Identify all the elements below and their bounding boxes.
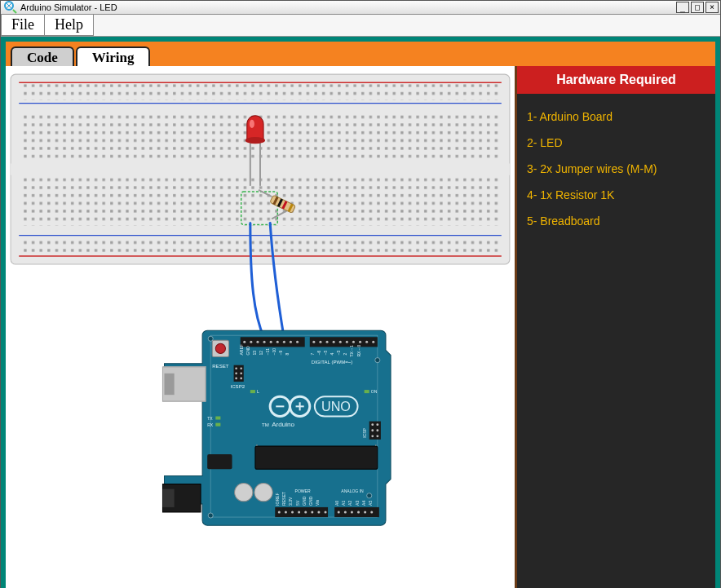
svg-text:~9: ~9: [278, 351, 283, 356]
svg-point-39: [240, 378, 242, 380]
tab-code[interactable]: Code: [11, 46, 74, 66]
svg-text:4: 4: [330, 353, 334, 356]
svg-point-35: [240, 367, 242, 369]
svg-text:A3: A3: [355, 501, 360, 506]
svg-text:GND: GND: [302, 496, 307, 506]
svg-rect-10: [20, 84, 500, 99]
app-window: Arduino Simulator - LED _ □ × File Help …: [0, 0, 721, 588]
svg-point-50: [296, 341, 299, 343]
svg-point-114: [338, 511, 340, 513]
hardware-list: 1- Arduino Board 2- LED 3- 2x Jumper wir…: [517, 94, 715, 244]
svg-point-135: [208, 513, 213, 518]
svg-text:GND: GND: [308, 496, 313, 506]
svg-point-112: [325, 511, 327, 513]
svg-point-54: [333, 341, 335, 343]
svg-text:5V: 5V: [295, 500, 300, 506]
svg-text:Arduino: Arduino: [272, 421, 294, 428]
svg-point-47: [276, 341, 279, 343]
icsp2-header: [234, 365, 244, 382]
voltage-regulator: [207, 454, 232, 469]
menu-file[interactable]: File: [1, 15, 45, 36]
svg-text:A4: A4: [361, 501, 366, 506]
svg-point-96: [376, 423, 378, 426]
svg-text:~11: ~11: [265, 348, 270, 356]
svg-text:GND: GND: [245, 346, 250, 356]
svg-text:~5: ~5: [323, 351, 328, 356]
window-controls: _ □ ×: [675, 2, 719, 13]
tab-wiring[interactable]: Wiring: [76, 46, 151, 66]
svg-point-111: [317, 511, 320, 513]
svg-point-105: [278, 511, 281, 513]
maximize-button[interactable]: □: [691, 2, 704, 13]
svg-text:ICSP: ICSP: [362, 427, 367, 437]
wiring-scene: RESET ICSP2: [6, 66, 515, 588]
reset-label: RESET: [212, 364, 229, 369]
svg-text:A5: A5: [368, 501, 373, 506]
app-icon: [4, 1, 17, 14]
svg-point-133: [208, 336, 213, 341]
svg-point-98: [376, 429, 378, 431]
svg-text:L: L: [257, 389, 259, 394]
content-row: RESET ICSP2: [6, 66, 715, 588]
svg-point-49: [290, 341, 292, 343]
svg-text:2: 2: [343, 353, 347, 356]
menu-help[interactable]: Help: [45, 15, 94, 36]
svg-rect-79: [215, 416, 220, 419]
window-title: Arduino Simulator - LED: [20, 2, 117, 12]
list-item: 5- Breadboard: [525, 208, 707, 234]
svg-text:TX→1: TX→1: [349, 345, 354, 356]
svg-rect-77: [250, 390, 255, 393]
svg-text:TM: TM: [262, 422, 269, 427]
arduino-board[interactable]: RESET ICSP2: [162, 330, 391, 525]
svg-point-99: [371, 435, 374, 437]
svg-rect-94: [369, 422, 381, 440]
svg-point-100: [376, 435, 378, 437]
reset-button[interactable]: [212, 340, 228, 356]
svg-point-52: [319, 341, 321, 343]
svg-point-134: [375, 358, 380, 363]
svg-text:IOREF: IOREF: [275, 493, 280, 505]
svg-text:Vin: Vin: [315, 500, 320, 506]
svg-text:UNO: UNO: [321, 399, 351, 413]
svg-rect-28: [164, 374, 174, 395]
svg-text:13: 13: [252, 351, 257, 356]
svg-text:8: 8: [285, 353, 290, 356]
wiring-canvas[interactable]: RESET ICSP2: [6, 66, 515, 588]
svg-point-56: [346, 341, 348, 343]
svg-point-37: [240, 373, 242, 375]
svg-point-38: [235, 378, 237, 380]
svg-point-95: [371, 423, 374, 426]
svg-text:12: 12: [259, 351, 263, 356]
svg-point-43: [250, 341, 252, 343]
svg-point-58: [359, 341, 361, 343]
svg-rect-13: [20, 238, 500, 254]
digital-label: DIGITAL (PWM=~): [312, 360, 353, 365]
svg-text:A1: A1: [341, 501, 346, 506]
svg-text:7: 7: [310, 353, 315, 356]
svg-point-59: [365, 341, 368, 343]
svg-point-119: [370, 511, 373, 513]
svg-text:~10: ~10: [272, 348, 276, 356]
power-label: POWER: [295, 489, 311, 493]
svg-point-57: [352, 341, 355, 343]
svg-point-51: [312, 341, 315, 343]
svg-rect-30: [162, 489, 174, 507]
power-header[interactable]: [275, 507, 328, 517]
icsp2-label: ICSP2: [231, 384, 245, 389]
svg-text:RX: RX: [207, 422, 214, 427]
tabbar: Code Wiring: [6, 42, 715, 66]
microcontroller-chip: [255, 446, 378, 469]
list-item: 2- LED: [525, 130, 707, 156]
capacitor-1: [235, 484, 253, 502]
list-item: 4- 1x Resistor 1K: [525, 182, 707, 208]
svg-point-55: [339, 341, 342, 343]
svg-text:3.3V: 3.3V: [289, 497, 294, 506]
close-button[interactable]: ×: [706, 2, 719, 13]
minimize-button[interactable]: _: [676, 2, 689, 13]
titlebar[interactable]: Arduino Simulator - LED _ □ ×: [1, 1, 720, 15]
svg-rect-81: [215, 423, 220, 427]
svg-text:RESET: RESET: [281, 492, 286, 506]
svg-point-60: [372, 341, 374, 343]
analog-header[interactable]: [334, 507, 379, 517]
svg-point-44: [256, 341, 259, 343]
